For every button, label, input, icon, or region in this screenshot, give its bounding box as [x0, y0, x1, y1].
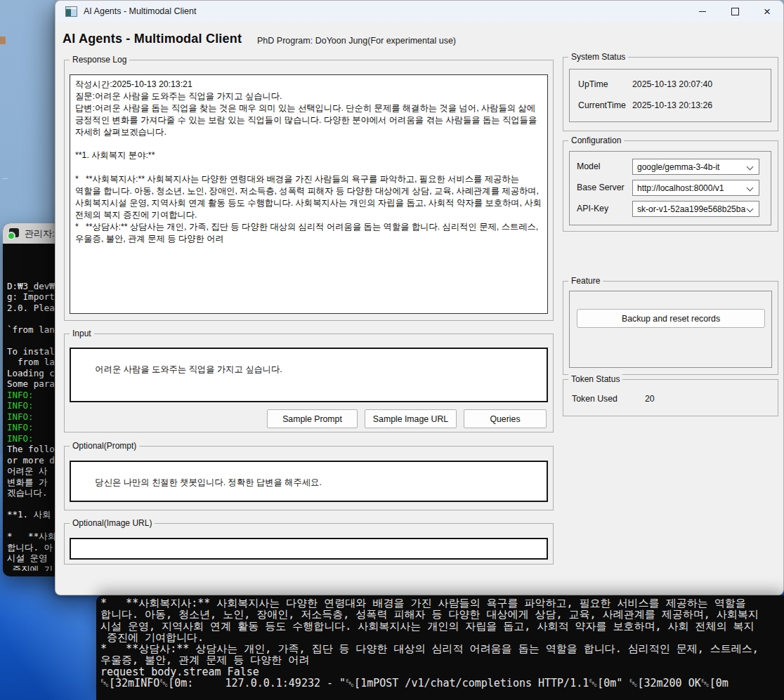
token-used-value: 20 — [645, 394, 655, 404]
api-key-label: API-Key — [577, 204, 608, 213]
response-log-textbox[interactable]: 작성시간:2025-10-13 20:13:21 질문:어려운 사람을 도와주는… — [70, 74, 548, 314]
terminal-line: request_body.stream False — [100, 666, 784, 678]
configuration-label: Configuration — [568, 136, 624, 145]
maximize-button[interactable] — [719, 1, 751, 22]
feature-label: Feature — [568, 276, 603, 286]
optional-image-url-label: Optional(Image URL) — [70, 518, 155, 528]
terminal-line: 합니다. 아동, 청소년, 노인, 장애인, 저소득층, 성폭력 피해자 등 다… — [100, 609, 784, 620]
backup-reset-button[interactable]: Backup and reset records — [577, 309, 765, 328]
chevron-down-icon — [747, 164, 754, 171]
minimize-button[interactable] — [686, 1, 719, 22]
page-title: AI Agents - Multimodal Client — [63, 32, 242, 46]
minimize-icon — [699, 11, 706, 12]
token-status-label: Token Status — [568, 374, 622, 384]
system-status-panel: UpTime 2025-10-13 20:07:40 CurrentTime 2… — [569, 69, 771, 122]
window-title: AI Agents - Multimodal Client — [84, 6, 197, 16]
model-select[interactable]: google/gemma-3-4b-it — [632, 159, 759, 175]
desktop-icon[interactable] — [0, 37, 6, 44]
chevron-down-icon — [747, 185, 754, 192]
configuration-panel: Model google/gemma-3-4b-it Base Server h… — [569, 151, 771, 225]
sample-prompt-button[interactable]: Sample Prompt — [267, 409, 358, 428]
terminal-line: 시설 운영, 지역사회 연계 활동 등도 수행합니다. 사회복지사는 개인의 자… — [100, 621, 784, 632]
system-status-label: System Status — [568, 52, 628, 62]
input-textbox[interactable]: 어려운 사람을 도와주는 직업을 가지고 싶습니다. — [70, 348, 548, 402]
close-button[interactable]: × — [751, 1, 783, 22]
optional-prompt-textbox[interactable]: 당신은 나만의 친절한 챗봇입니다. 정확한 답변을 해주세요. — [70, 461, 548, 502]
token-used-label: Token Used — [572, 394, 618, 404]
model-label: Model — [577, 161, 601, 171]
optional-prompt-group: Optional(Prompt) 당신은 나만의 친절한 챗봇입니다. 정확한 … — [64, 446, 554, 510]
response-log-text: 작성시간:2025-10-13 20:13:21 질문:어려운 사람을 도와주는… — [70, 75, 547, 249]
uptime-value: 2025-10-13 20:07:40 — [632, 79, 712, 89]
system-status-group: System Status UpTime 2025-10-13 20:07:40… — [563, 57, 778, 131]
app-titlebar[interactable]: AI Agents - Multimodal Client × — [55, 1, 783, 22]
api-key-select[interactable]: sk-or-v1-52aa199e568b25ba — [632, 201, 759, 217]
input-value: 어려운 사람을 도와주는 직업을 가지고 싶습니다. — [95, 364, 282, 374]
terminal-line: * **상담사:** 상담사는 개인, 가족, 집단 등 다양한 대상의 심리적… — [100, 643, 784, 654]
sample-image-url-button[interactable]: Sample Image URL — [365, 409, 457, 428]
optional-image-url-group: Optional(Image URL) — [64, 523, 554, 564]
optional-prompt-label: Optional(Prompt) — [70, 441, 139, 451]
token-status-group: Token Status Token Used 20 — [563, 379, 778, 416]
input-label: Input — [70, 329, 94, 338]
feature-group: Feature Backup and reset records — [563, 281, 778, 375]
queries-button[interactable]: Queries — [464, 409, 547, 428]
input-group: Input 어려운 사람을 도와주는 직업을 가지고 싶습니다. Sample … — [64, 334, 554, 432]
optional-image-url-textbox[interactable] — [70, 538, 548, 560]
app-icon — [65, 6, 77, 17]
terminal-line: ␛[32mINFO␛[0m: 127.0.0.1:49232 - "␛[1mPO… — [100, 678, 784, 689]
chevron-down-icon — [747, 206, 754, 213]
admin-terminal-icon — [9, 228, 20, 239]
feature-panel: Backup and reset records — [569, 291, 772, 368]
maximize-icon — [731, 8, 739, 15]
page-subtitle: PhD Program: DoYoon Jung(For experimenta… — [257, 36, 456, 46]
admin-console-title: 관리자: — [25, 227, 55, 240]
base-server-label: Base Server — [577, 183, 625, 192]
response-log-group: Response Log 작성시간:2025-10-13 20:13:21 질문… — [64, 60, 554, 321]
desktop-icon-dots[interactable]: ... — [2, 176, 11, 178]
terminal-line: * **사회복지사:** 사회복지사는 다양한 연령대와 배경을 가진 사람들의… — [100, 597, 784, 609]
terminal-line: 증진에 기여합니다. — [100, 632, 784, 643]
desktop-background: ... 관리자: D:₩3_dev₩g: Import2.0. Plea`fro… — [0, 0, 784, 700]
current-time-value: 2025-10-13 20:13:26 — [632, 100, 712, 110]
app-window: AI Agents - Multimodal Client × AI Agent… — [55, 0, 784, 595]
response-log-label: Response Log — [70, 55, 129, 65]
close-icon: × — [764, 6, 771, 18]
optional-prompt-value: 당신은 나만의 친절한 챗봇입니다. 정확한 답변을 해주세요. — [95, 477, 321, 487]
server-terminal-window[interactable]: * **사회복지사:** 사회복지사는 다양한 연령대와 배경을 가진 사람들의… — [96, 595, 784, 700]
uptime-label: UpTime — [578, 79, 608, 89]
current-time-label: CurrentTime — [578, 100, 626, 110]
terminal-line: 우울증, 불안, 관계 문제 등 다양한 어려 — [100, 654, 784, 666]
configuration-group: Configuration Model google/gemma-3-4b-it… — [563, 140, 778, 232]
base-server-select[interactable]: http://localhost:8000/v1 — [632, 180, 759, 196]
